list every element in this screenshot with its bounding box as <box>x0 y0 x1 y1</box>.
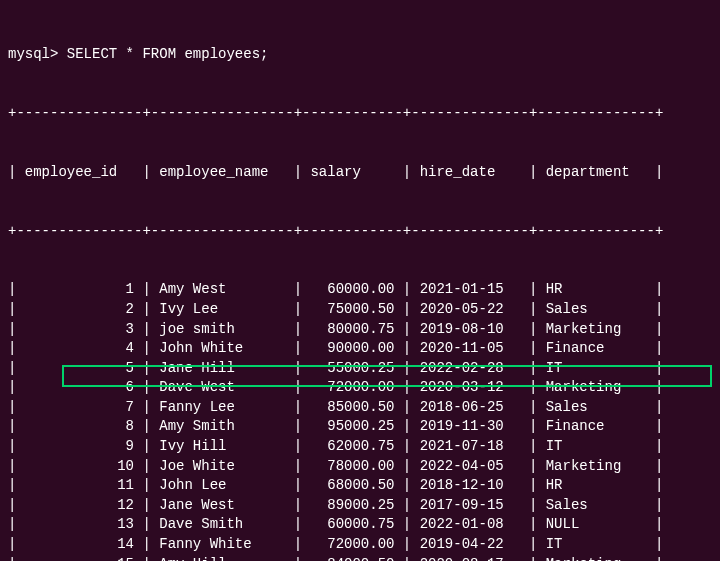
table-row: | 10 | Joe White | 78000.00 | 2022-04-05… <box>8 457 712 477</box>
prompt-line: mysql> SELECT * FROM employees; <box>8 45 712 65</box>
table-header-row: | employee_id | employee_name | salary |… <box>8 163 712 183</box>
table-row: | 7 | Fanny Lee | 85000.50 | 2018-06-25 … <box>8 398 712 418</box>
table-row: | 11 | John Lee | 68000.50 | 2018-12-10 … <box>8 476 712 496</box>
table-row: | 4 | John White | 90000.00 | 2020-11-05… <box>8 339 712 359</box>
table-row: | 12 | Jane West | 89000.25 | 2017-09-15… <box>8 496 712 516</box>
table-row: | 6 | Dave West | 72000.00 | 2020-03-12 … <box>8 378 712 398</box>
table-row: | 2 | Ivy Lee | 75000.50 | 2020-05-22 | … <box>8 300 712 320</box>
table-row: | 14 | Fanny White | 72000.00 | 2019-04-… <box>8 535 712 555</box>
table-row: | 5 | Jane Hill | 55000.25 | 2022-02-28 … <box>8 359 712 379</box>
table-row: | 13 | Dave Smith | 60000.75 | 2022-01-0… <box>8 515 712 535</box>
table-row: | 8 | Amy Smith | 95000.25 | 2019-11-30 … <box>8 417 712 437</box>
table-border-top: +---------------+-----------------+-----… <box>8 104 712 124</box>
table-row: | 9 | Ivy Hill | 62000.75 | 2021-07-18 |… <box>8 437 712 457</box>
table-body: | 1 | Amy West | 60000.00 | 2021-01-15 |… <box>8 280 712 561</box>
sql-command: SELECT * FROM employees; <box>67 46 269 62</box>
table-row: | 15 | Amy Hill | 84000.50 | 2020-08-17 … <box>8 555 712 561</box>
table-row: | 1 | Amy West | 60000.00 | 2021-01-15 |… <box>8 280 712 300</box>
mysql-prompt: mysql> <box>8 46 67 62</box>
table-row: | 3 | joe smith | 80000.75 | 2019-08-10 … <box>8 320 712 340</box>
mysql-terminal[interactable]: mysql> SELECT * FROM employees; +-------… <box>0 0 720 561</box>
table-border-mid: +---------------+-----------------+-----… <box>8 222 712 242</box>
